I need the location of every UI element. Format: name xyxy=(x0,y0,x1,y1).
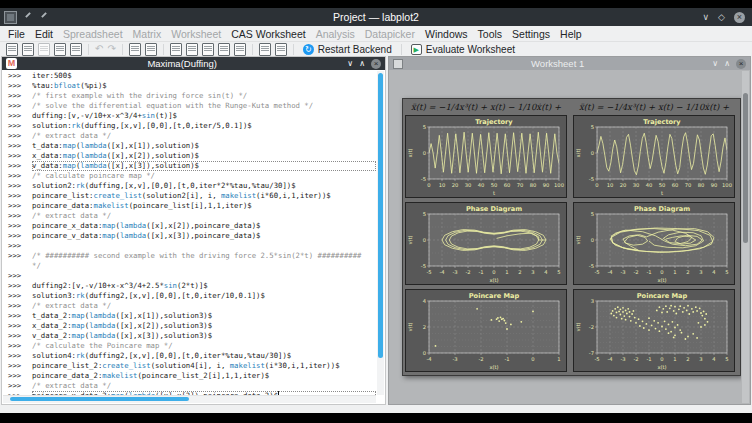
svg-text:0: 0 xyxy=(595,182,598,188)
svg-text:v(t): v(t) xyxy=(575,235,581,244)
close-icon[interactable]: × xyxy=(734,12,745,23)
maxima-code-editor[interactable]: >>>iter:500$>>>%tau:bfloat(%pi)$>>>/* fi… xyxy=(3,71,376,395)
new-worksheet-icon[interactable] xyxy=(186,43,198,56)
prompt: >>> xyxy=(3,211,32,221)
svg-text:x(t): x(t) xyxy=(575,148,581,157)
dock-float-icon[interactable]: ∨ xyxy=(347,59,353,68)
svg-text:90: 90 xyxy=(711,182,718,188)
print-icon[interactable] xyxy=(54,43,66,56)
cas-worksheet-dock: M Maxima(Duffing) ∨ ∧ × >>>iter:500$>>>%… xyxy=(1,56,386,405)
worksheet-vertical-scrollbar[interactable] xyxy=(742,71,749,403)
code-text xyxy=(32,271,376,281)
menu-settings[interactable]: Settings xyxy=(507,28,555,40)
plot-phase-diagram-2[interactable]: -5-4-3-2-101234550-5Phase Diagramx(t)v(t… xyxy=(573,202,735,285)
undo-icon: ↶ xyxy=(95,43,103,55)
labplot-app-icon[interactable] xyxy=(4,11,17,24)
prompt: >>> xyxy=(3,101,32,111)
worksheet-dock-header[interactable]: Worksheet 1 ∨ ∧ × xyxy=(389,57,750,70)
svg-text:1: 1 xyxy=(557,356,560,362)
svg-text:4: 4 xyxy=(712,356,716,362)
prompt: >>> xyxy=(3,301,32,311)
new-spreadsheet-icon[interactable] xyxy=(145,43,157,56)
dock-close-icon[interactable]: × xyxy=(736,59,746,69)
new-cas-worksheet-icon[interactable] xyxy=(202,43,214,56)
evaluate-worksheet-button[interactable]: ▶ Evaluate Worksheet xyxy=(406,44,520,55)
plot-phase-diagram-1[interactable]: -5-4-3-2-101234550-5Phase Diagramx(t)v(t… xyxy=(405,202,567,285)
prompt: >>> xyxy=(3,291,32,301)
prompt: >>> xyxy=(3,311,32,321)
menu-datapicker: Datapicker xyxy=(360,28,420,40)
code-line: >>>/* solve the differential equation wi… xyxy=(3,101,376,111)
svg-text:100: 100 xyxy=(722,182,732,188)
menu-file[interactable]: File xyxy=(3,28,30,40)
code-text: poincare_data_2:makelist(poincare_list_2… xyxy=(32,371,376,381)
code-line: >>>poincare_x_data:map(lambda([x],x[2]),… xyxy=(3,221,376,231)
svg-text:5: 5 xyxy=(725,269,728,275)
code-text: poincare_x_data:map(lambda([x],x[2]),poi… xyxy=(32,221,376,231)
pin-icon[interactable] xyxy=(23,12,33,22)
menu-windows[interactable]: Windows xyxy=(420,28,473,40)
svg-text:-5: -5 xyxy=(594,269,599,275)
minimize-icon[interactable]: ∨ xyxy=(702,12,709,22)
worksheet-dock: Worksheet 1 ∨ ∧ × ẍ(t) = −1/4x³(t) + x(t… xyxy=(388,56,751,405)
prompt xyxy=(3,261,32,271)
svg-text:0: 0 xyxy=(591,150,594,156)
dock-close-icon[interactable]: × xyxy=(371,59,381,69)
new-matrix-icon[interactable] xyxy=(170,43,182,56)
cas-dock-header[interactable]: M Maxima(Duffing) ∨ ∧ × xyxy=(2,57,385,70)
restart-backend-button[interactable]: ↻ Restart Backend xyxy=(298,44,397,55)
equation-title-2: ẍ(t) = −1/4x³(t) + x(t) − 1/10ẋ(t) + 2.5… xyxy=(573,101,735,114)
code-text xyxy=(32,241,376,251)
prompt: >>> xyxy=(3,351,32,361)
svg-text:-3: -3 xyxy=(452,269,457,275)
new-note-icon[interactable] xyxy=(234,43,246,56)
maximize-icon[interactable]: ◇ xyxy=(718,12,725,22)
code-line: >>> xyxy=(3,271,376,281)
export-data-icon[interactable] xyxy=(275,43,287,56)
code-line: >>>poincare_v_data:map(lambda([x],x[3]),… xyxy=(3,231,376,241)
menu-tools[interactable]: Tools xyxy=(473,28,508,40)
dock-maximize-icon[interactable]: ∧ xyxy=(359,59,365,68)
code-horizontal-scrollbar[interactable] xyxy=(3,395,376,403)
svg-text:0: 0 xyxy=(423,350,426,356)
svg-text:t: t xyxy=(661,190,663,196)
import-data-icon[interactable] xyxy=(259,43,271,56)
plot-poincare-map-2[interactable]: -5-4-3-2-10123453-2-7Poincare Mapx(t)v(t… xyxy=(573,289,735,372)
svg-text:Poincare Map: Poincare Map xyxy=(469,292,520,300)
print-preview-icon[interactable] xyxy=(70,43,82,56)
worksheet-canvas[interactable]: ẍ(t) = −1/4x³(t) + x(t) − 1/10ẋ(t) + sin… xyxy=(390,71,741,403)
prompt: >>> xyxy=(3,131,32,141)
svg-text:60: 60 xyxy=(672,182,679,188)
prompt: >>> xyxy=(3,371,32,381)
svg-text:30: 30 xyxy=(633,182,640,188)
dock-maximize-icon[interactable]: ∧ xyxy=(724,59,730,68)
code-vertical-scrollbar[interactable] xyxy=(377,71,384,395)
menu-help[interactable]: Help xyxy=(555,28,587,40)
toolbar-separator xyxy=(252,44,253,55)
code-text: /* calculate poincare map */ xyxy=(32,171,376,181)
plot-trajectory-2[interactable]: 010203040506070809010050-5Trajectorytx(t… xyxy=(573,115,735,198)
svg-text:90: 90 xyxy=(543,182,550,188)
code-line: >>>%tau:bfloat(%pi)$ xyxy=(3,81,376,91)
menu-cas-worksheet[interactable]: CAS Worksheet xyxy=(226,28,311,40)
prompt: >>> xyxy=(3,121,32,131)
new-workbook-icon[interactable] xyxy=(129,43,141,56)
new-datapicker-icon[interactable] xyxy=(218,43,230,56)
svg-text:-1: -1 xyxy=(646,356,651,362)
dock-float-icon[interactable]: ∨ xyxy=(712,59,718,68)
open-document-icon[interactable] xyxy=(22,43,34,56)
code-line: >>>solution4:rk(duffing2,[x,v],[0,0],[t,… xyxy=(3,351,376,361)
plot-poincare-map-1[interactable]: -4-3-2-101420Poincare Mapx(t)v(t) xyxy=(405,289,567,372)
code-line: >>>x_data:map(lambda([x],x[2]),solution)… xyxy=(3,151,376,161)
menu-analysis: Analysis xyxy=(311,28,360,40)
code-text: t_data:map(lambda([x],x[1]),solution)$ xyxy=(32,141,376,151)
tools-icon[interactable] xyxy=(39,12,49,22)
toolbar-separator xyxy=(163,44,164,55)
svg-text:-2: -2 xyxy=(478,356,483,362)
code-text: solution2:rk(duffing,[x,v],[0,0],[t,0,it… xyxy=(32,181,376,191)
plot-trajectory-1[interactable]: 010203040506070809010050-5Trajectorytx(t… xyxy=(405,115,567,198)
new-document-icon[interactable] xyxy=(6,43,18,56)
svg-text:-2: -2 xyxy=(465,269,470,275)
menu-edit[interactable]: Edit xyxy=(30,28,58,40)
plot-container[interactable]: ẍ(t) = −1/4x³(t) + x(t) − 1/10ẋ(t) + sin… xyxy=(402,98,741,376)
